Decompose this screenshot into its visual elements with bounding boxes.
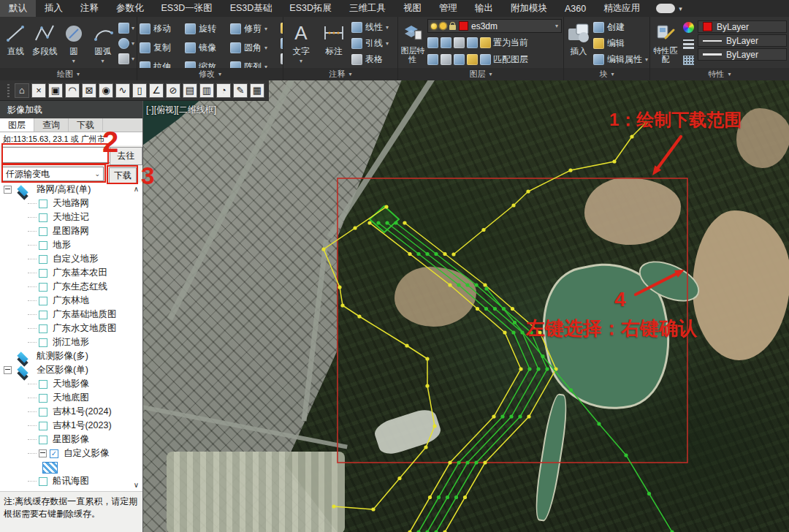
menu-tab-12[interactable]: A360 <box>556 0 595 17</box>
tree-item-9[interactable]: 广东基础地质图 <box>0 308 142 322</box>
dimension-tool-button[interactable]: 标注 <box>319 19 349 68</box>
edit-attributes-button[interactable]: 编辑属性▾ <box>593 52 648 68</box>
match-layer-button[interactable]: 匹配图层 <box>493 53 528 66</box>
tree-item-14[interactable]: 天地影像 <box>0 377 142 391</box>
menu-tab-10[interactable]: 输出 <box>466 0 502 17</box>
linetype-dropdown[interactable]: ByLayer <box>698 34 787 47</box>
menu-tab-7[interactable]: 三维工具 <box>340 0 394 17</box>
layer-properties-button[interactable]: 图层特性 <box>400 19 425 68</box>
object-color-dropdown[interactable]: ByLayer <box>698 20 787 33</box>
checkbox-checked-icon[interactable]: ✓ <box>50 449 58 458</box>
layer-thaw-all-icon[interactable] <box>441 54 451 65</box>
layer-dropdown[interactable]: es3dm ▾ <box>427 19 562 33</box>
tree-item-19[interactable]: ✓自定义影像 <box>0 446 142 460</box>
layer-isolate-icon[interactable] <box>441 37 451 48</box>
checkbox-icon[interactable] <box>39 283 47 292</box>
tree-item-3[interactable]: 星图路网 <box>0 224 142 238</box>
checkbox-icon[interactable] <box>39 408 47 417</box>
sheets-icon[interactable]: ▥ <box>199 83 214 98</box>
stretch-button[interactable]: 拉伸 <box>140 61 185 69</box>
table-button[interactable]: 表格 <box>351 52 389 68</box>
tab-layers[interactable]: 图层 <box>0 118 34 132</box>
menu-tab-0[interactable]: 默认 <box>0 0 36 17</box>
layer-lock-icon[interactable] <box>467 37 478 48</box>
time-icon[interactable]: ◔ <box>216 83 231 98</box>
color-wheel-icon[interactable] <box>683 22 694 33</box>
layer-on-all-icon[interactable] <box>454 54 465 65</box>
fillet-button[interactable]: 圆角▾ <box>230 42 278 54</box>
menu-tab-11[interactable]: 附加模块 <box>502 0 556 17</box>
circle-dropdown-chevron-icon[interactable]: ▾ <box>72 58 75 64</box>
checkbox-icon[interactable] <box>39 422 47 430</box>
hatch-chevron-icon[interactable]: ▾ <box>132 56 134 62</box>
tree-scroll-up-icon[interactable]: ∧ <box>134 185 139 193</box>
trim-button[interactable]: 修剪▾ <box>230 23 278 35</box>
tree-item-4[interactable]: 地形 <box>0 238 142 252</box>
tree-item-7[interactable]: 广东生态红线 <box>0 280 142 294</box>
frame-icon[interactable]: ▣ <box>48 83 63 98</box>
properties-panel-label[interactable]: 特性▾ <box>650 68 789 80</box>
home-icon[interactable]: ⌂ <box>15 83 29 98</box>
layer-unisolate-icon[interactable] <box>427 54 438 65</box>
tree-item-5[interactable]: 自定义地形 <box>0 252 142 266</box>
tree-group-0[interactable]: 路网/高程(单) <box>0 183 142 197</box>
tab-download[interactable]: 下载 <box>69 118 103 132</box>
checkbox-icon[interactable] <box>39 227 47 236</box>
text-chevron-icon[interactable]: ▾ <box>300 58 302 64</box>
copy-button[interactable]: 复制 <box>140 42 185 54</box>
column-icon[interactable]: ▯ <box>132 83 147 98</box>
layer-off-icon[interactable] <box>427 37 438 48</box>
leader-button[interactable]: 引线▾ <box>351 35 389 51</box>
tree-item-8[interactable]: 广东林地 <box>0 294 142 308</box>
rotate-button[interactable]: 旋转 <box>185 23 230 35</box>
curve-icon[interactable]: ◠ <box>65 83 80 98</box>
expander-icon[interactable] <box>4 186 12 194</box>
ramp-icon[interactable] <box>281 53 283 64</box>
layer-walk-icon[interactable] <box>480 37 491 48</box>
list-icon[interactable]: ▤ <box>183 83 197 98</box>
isolate-icon[interactable]: ⊘ <box>166 83 180 98</box>
pen-icon[interactable]: ✎ <box>233 83 248 98</box>
expander-icon[interactable] <box>39 449 47 457</box>
menu-tab-9[interactable]: 管理 <box>430 0 466 17</box>
checkbox-icon[interactable] <box>39 338 47 347</box>
angle-icon[interactable]: ∠ <box>149 83 164 98</box>
rectangle-chevron-icon[interactable]: ▾ <box>132 25 134 31</box>
checkbox-icon[interactable] <box>39 213 47 222</box>
tree-item-17[interactable]: 吉林1号(2023) <box>0 419 142 433</box>
menu-tab-2[interactable]: 注释 <box>72 0 107 17</box>
checkbox-icon[interactable] <box>39 436 47 444</box>
menu-tab-5[interactable]: ES3D基础 <box>221 0 281 17</box>
checkbox-icon[interactable] <box>39 477 47 486</box>
checkbox-icon[interactable] <box>39 380 47 389</box>
tree-group-12[interactable]: 航测影像(多) <box>0 349 142 363</box>
text-tool-button[interactable]: A 文字 ▾ <box>286 19 316 68</box>
image-icon[interactable]: ▦ <box>250 83 264 98</box>
block-edit-button[interactable]: 编辑 <box>593 35 648 51</box>
array-button[interactable]: 阵列▾ <box>230 61 278 69</box>
hatch-swatch-icon[interactable] <box>42 462 58 474</box>
layer-freeze-icon[interactable] <box>454 37 465 48</box>
tree-item-11[interactable]: 浙江地形 <box>0 335 142 349</box>
ellipse-chevron-icon[interactable]: ▾ <box>132 40 134 47</box>
brush-icon[interactable] <box>281 23 283 34</box>
menu-overflow-chevron-icon[interactable]: ▾ <box>679 5 682 12</box>
draw-panel-label[interactable]: 绘图▾ <box>0 68 137 80</box>
layer-merge-icon[interactable] <box>467 54 478 65</box>
circle-tool-button[interactable]: 圆 ▾ <box>61 19 88 68</box>
tree-item-18[interactable]: 星图影像 <box>0 433 142 446</box>
insert-block-button[interactable]: 插入 <box>566 19 591 68</box>
annotate-panel-label[interactable]: 注释▾ <box>283 68 397 80</box>
clip-icon[interactable]: ⊠ <box>82 83 96 98</box>
checkbox-icon[interactable] <box>39 255 47 264</box>
map-canvas[interactable]: [-][俯视][二维线框] 1：绘制下载范围 4 左键选择：右键确认 <box>143 80 789 532</box>
tree-item-2[interactable]: 天地注记 <box>0 210 142 224</box>
wave-icon[interactable]: ∿ <box>115 83 130 98</box>
mirror-button[interactable]: 镜像 <box>185 42 230 54</box>
set-current-button[interactable]: 置为当前 <box>493 37 528 49</box>
checkbox-icon[interactable] <box>39 269 47 278</box>
checkbox-icon[interactable] <box>39 311 47 319</box>
line-tool-button[interactable]: 直线 <box>2 19 29 68</box>
touch-mode-icon[interactable] <box>656 4 675 13</box>
block-panel-label[interactable]: 块▾ <box>564 68 649 80</box>
